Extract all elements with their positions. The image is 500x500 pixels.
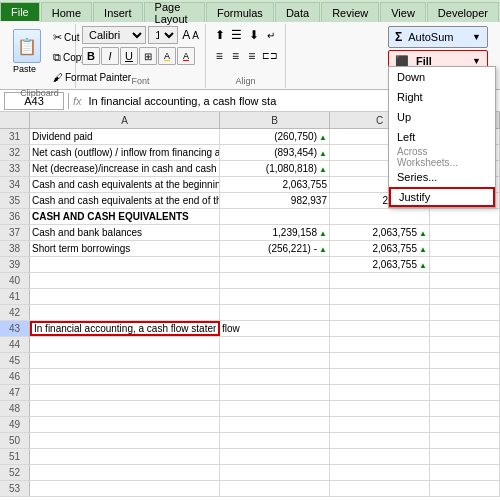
- cell-a[interactable]: Cash and bank balances: [30, 225, 220, 240]
- cell-c[interactable]: [330, 417, 430, 432]
- cell-d[interactable]: [430, 401, 500, 416]
- cell-c[interactable]: 2,063,755▲: [330, 225, 430, 240]
- border-button[interactable]: ⊞: [139, 47, 157, 65]
- cell-d[interactable]: [430, 305, 500, 320]
- cell-c[interactable]: 2,063,755▲: [330, 257, 430, 272]
- cell-d[interactable]: [430, 273, 500, 288]
- cell-b[interactable]: [220, 273, 330, 288]
- cell-c[interactable]: [330, 353, 430, 368]
- cell-c[interactable]: [330, 369, 430, 384]
- cell-b[interactable]: [220, 257, 330, 272]
- cell-b[interactable]: [220, 481, 330, 496]
- cell-c[interactable]: [330, 289, 430, 304]
- cell-a[interactable]: [30, 369, 220, 384]
- cell-c[interactable]: [330, 481, 430, 496]
- cell-d[interactable]: [430, 353, 500, 368]
- cell-b[interactable]: 982,937: [220, 193, 330, 208]
- cell-a[interactable]: [30, 481, 220, 496]
- cell-d[interactable]: [430, 289, 500, 304]
- cell-a[interactable]: [30, 401, 220, 416]
- cell-b[interactable]: [220, 385, 330, 400]
- cell-b[interactable]: [220, 417, 330, 432]
- cell-a[interactable]: Net cash (outflow) / inflow from financi…: [30, 145, 220, 160]
- tab-developer[interactable]: Developer: [427, 2, 499, 22]
- cell-b[interactable]: 1,239,158▲: [220, 225, 330, 240]
- cell-a[interactable]: [30, 465, 220, 480]
- cell-d[interactable]: [430, 241, 500, 256]
- cell-a[interactable]: Short term borrowings: [30, 241, 220, 256]
- cell-c[interactable]: [330, 321, 430, 336]
- cell-a[interactable]: Cash and cash equivalents at the end of …: [30, 193, 220, 208]
- align-left-button[interactable]: ≡: [212, 47, 226, 65]
- cell-b[interactable]: [220, 289, 330, 304]
- cell-a[interactable]: [30, 353, 220, 368]
- cell-b[interactable]: [220, 337, 330, 352]
- align-middle-button[interactable]: ☰: [229, 26, 244, 44]
- grow-font-button[interactable]: A: [182, 28, 190, 42]
- cell-c[interactable]: [330, 465, 430, 480]
- tab-insert[interactable]: Insert: [93, 2, 143, 22]
- tab-pagelayout[interactable]: Page Layout: [144, 2, 205, 22]
- align-center-button[interactable]: ≡: [228, 47, 242, 65]
- fill-up-item[interactable]: Up: [389, 107, 495, 127]
- cell-c[interactable]: 2,063,755▲: [330, 241, 430, 256]
- cell-d[interactable]: [430, 369, 500, 384]
- fill-down-item[interactable]: Down: [389, 67, 495, 87]
- cell-a[interactable]: [30, 385, 220, 400]
- tab-file[interactable]: File: [0, 2, 40, 22]
- cell-a[interactable]: [30, 449, 220, 464]
- cell-a[interactable]: [30, 289, 220, 304]
- tab-view[interactable]: View: [380, 2, 426, 22]
- cell-b[interactable]: (256,221) -▲: [220, 241, 330, 256]
- cell-d[interactable]: [430, 209, 500, 224]
- align-bottom-button[interactable]: ⬇: [247, 26, 262, 44]
- autosum-button[interactable]: Σ AutoSum ▼: [388, 26, 488, 48]
- cell-d[interactable]: [430, 481, 500, 496]
- cell-a[interactable]: Dividend paid: [30, 129, 220, 144]
- cell-d[interactable]: [430, 337, 500, 352]
- wrap-text-button[interactable]: ↵: [264, 26, 279, 44]
- cell-a[interactable]: [30, 433, 220, 448]
- fill-across-worksheets-item[interactable]: Across Worksheets...: [389, 147, 495, 167]
- cell-a[interactable]: Net (decrease)/increase in cash and cash…: [30, 161, 220, 176]
- italic-button[interactable]: I: [101, 47, 119, 65]
- cell-b[interactable]: 2,063,755: [220, 177, 330, 192]
- cell-c[interactable]: [330, 305, 430, 320]
- cell-d[interactable]: [430, 257, 500, 272]
- cell-d[interactable]: [430, 449, 500, 464]
- fill-series-item[interactable]: Series...: [389, 167, 495, 187]
- cell-c[interactable]: [330, 273, 430, 288]
- cell-a[interactable]: Cash and cash equivalents at the beginni…: [30, 177, 220, 192]
- cell-a[interactable]: [30, 337, 220, 352]
- cell-a[interactable]: [30, 417, 220, 432]
- cell-b[interactable]: (893,454)▲: [220, 145, 330, 160]
- cell-a[interactable]: [30, 305, 220, 320]
- tab-review[interactable]: Review: [321, 2, 379, 22]
- cell-d[interactable]: [430, 385, 500, 400]
- cell-b[interactable]: (1,080,818)▲: [220, 161, 330, 176]
- fill-right-item[interactable]: Right: [389, 87, 495, 107]
- cell-a[interactable]: [30, 273, 220, 288]
- bold-button[interactable]: B: [82, 47, 100, 65]
- tab-data[interactable]: Data: [275, 2, 320, 22]
- cell-d[interactable]: [430, 321, 500, 336]
- cell-b[interactable]: [220, 305, 330, 320]
- underline-button[interactable]: U: [120, 47, 138, 65]
- align-right-button[interactable]: ≡: [245, 47, 259, 65]
- cell-b[interactable]: [220, 401, 330, 416]
- paste-button[interactable]: 📋 Paste: [10, 26, 44, 78]
- cell-c[interactable]: [330, 401, 430, 416]
- cell-b[interactable]: (260,750)▲: [220, 129, 330, 144]
- cell-d[interactable]: [430, 417, 500, 432]
- cell-c[interactable]: [330, 433, 430, 448]
- cell-b[interactable]: [220, 433, 330, 448]
- shrink-font-button[interactable]: A: [192, 30, 199, 41]
- cell-c[interactable]: [330, 449, 430, 464]
- align-top-button[interactable]: ⬆: [212, 26, 227, 44]
- font-selector[interactable]: Calibri: [82, 26, 146, 44]
- tab-home[interactable]: Home: [41, 2, 92, 22]
- cell-c[interactable]: [330, 385, 430, 400]
- cell-b[interactable]: [220, 449, 330, 464]
- cell-b[interactable]: [220, 209, 330, 224]
- cell-b[interactable]: [220, 369, 330, 384]
